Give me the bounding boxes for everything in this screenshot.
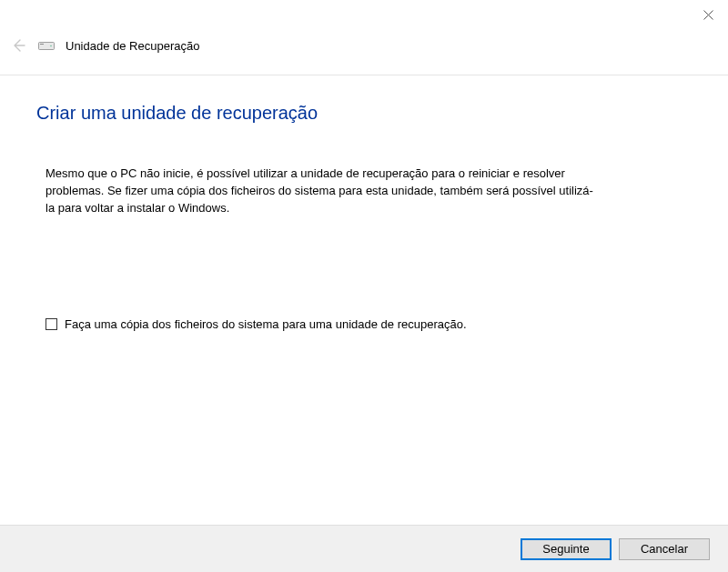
main-content: Criar uma unidade de recuperação Mesmo q… [0, 75, 728, 331]
description-text: Mesmo que o PC não inicie, é possível ut… [36, 166, 601, 217]
cancel-button[interactable]: Cancelar [619, 538, 710, 560]
close-icon [703, 10, 713, 20]
footer-bar: Seguinte Cancelar [0, 525, 728, 572]
backup-files-label: Faça uma cópia dos ficheiros do sistema … [65, 317, 467, 331]
backup-files-checkbox[interactable] [46, 318, 57, 330]
svg-rect-2 [39, 43, 55, 50]
back-button [9, 36, 27, 55]
svg-rect-3 [40, 44, 44, 45]
window-title: Unidade de Recuperação [66, 39, 199, 53]
header-bar: Unidade de Recuperação [0, 0, 728, 64]
svg-point-4 [50, 45, 52, 47]
arrow-left-icon [11, 38, 25, 53]
close-button[interactable] [699, 5, 717, 24]
backup-files-option[interactable]: Faça uma cópia dos ficheiros do sistema … [36, 317, 692, 331]
page-heading: Criar uma unidade de recuperação [36, 103, 692, 124]
next-button[interactable]: Seguinte [521, 538, 612, 560]
drive-icon [38, 39, 55, 52]
